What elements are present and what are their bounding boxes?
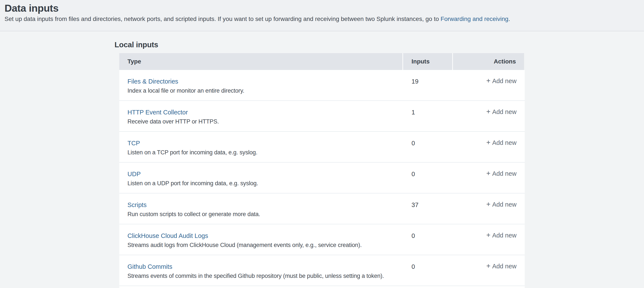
add-new-label: Add new bbox=[492, 108, 516, 116]
local-inputs-heading: Local inputs bbox=[114, 40, 644, 49]
table-row: UDP Listen on a UDP port for incoming da… bbox=[119, 163, 525, 193]
input-type-description: Listen on a TCP port for incoming data, … bbox=[128, 149, 403, 156]
add-new-button[interactable]: + Add new bbox=[486, 201, 516, 208]
plus-icon: + bbox=[486, 170, 490, 177]
type-cell: TCP Listen on a TCP port for incoming da… bbox=[119, 132, 403, 162]
plus-icon: + bbox=[486, 108, 490, 115]
column-header-actions: Actions bbox=[453, 53, 524, 70]
add-new-label: Add new bbox=[492, 139, 516, 146]
type-cell: UDP Listen on a UDP port for incoming da… bbox=[119, 163, 403, 193]
input-type-description: Index a local file or monitor an entire … bbox=[128, 87, 403, 94]
input-type-link[interactable]: UDP bbox=[128, 170, 140, 178]
type-cell: ClickHouse Cloud Audit Logs Streams audi… bbox=[119, 224, 403, 255]
subtitle-suffix: . bbox=[508, 16, 510, 22]
input-type-link[interactable]: TCP bbox=[128, 139, 140, 147]
page-subtitle: Set up data inputs from files and direct… bbox=[4, 16, 644, 22]
inputs-count: 19 bbox=[403, 70, 453, 100]
type-cell: Github Commits Streams events of commits… bbox=[119, 255, 403, 286]
actions-cell: + Add new bbox=[453, 255, 525, 286]
add-new-button[interactable]: + Add new bbox=[486, 170, 516, 177]
input-type-description: Receive data over HTTP or HTTPS. bbox=[128, 118, 403, 125]
input-type-link[interactable]: Github Commits bbox=[128, 263, 172, 270]
table-row: ClickHouse Cloud Audit Logs Streams audi… bbox=[119, 224, 525, 255]
input-type-description: Streams audit logs from ClickHouse Cloud… bbox=[128, 241, 403, 249]
plus-icon: + bbox=[486, 78, 490, 84]
partial-next-row bbox=[119, 286, 525, 288]
add-new-button[interactable]: + Add new bbox=[486, 139, 516, 146]
actions-cell: + Add new bbox=[453, 132, 525, 162]
table-row: Scripts Run custom scripts to collect or… bbox=[119, 193, 525, 224]
forwarding-and-receiving-link[interactable]: Forwarding and receiving bbox=[440, 16, 508, 22]
input-type-description: Run custom scripts to collect or generat… bbox=[128, 210, 403, 218]
table-header-row: Type Inputs Actions bbox=[119, 53, 525, 70]
actions-cell: + Add new bbox=[453, 101, 525, 131]
main-content: Local inputs Type Inputs Actions Files &… bbox=[0, 40, 644, 288]
plus-icon: + bbox=[486, 201, 490, 207]
type-cell: HTTP Event Collector Receive data over H… bbox=[119, 101, 403, 131]
inputs-count: 0 bbox=[403, 224, 453, 255]
page-header: Data inputs Set up data inputs from file… bbox=[0, 0, 644, 31]
table-row: Files & Directories Index a local file o… bbox=[119, 70, 525, 101]
column-header-type: Type bbox=[119, 53, 403, 70]
table-row: Github Commits Streams events of commits… bbox=[119, 255, 525, 286]
table-row: TCP Listen on a TCP port for incoming da… bbox=[119, 132, 525, 163]
inputs-count: 0 bbox=[403, 132, 453, 162]
actions-cell: + Add new bbox=[453, 193, 525, 224]
add-new-button[interactable]: + Add new bbox=[486, 78, 516, 85]
input-type-link[interactable]: Files & Directories bbox=[128, 78, 178, 85]
type-cell: Files & Directories Index a local file o… bbox=[119, 70, 403, 100]
add-new-label: Add new bbox=[492, 263, 516, 270]
data-inputs-page: Data inputs Set up data inputs from file… bbox=[0, 0, 644, 288]
input-type-link[interactable]: Scripts bbox=[128, 201, 147, 208]
add-new-label: Add new bbox=[492, 232, 516, 239]
actions-cell: + Add new bbox=[453, 224, 525, 255]
add-new-button[interactable]: + Add new bbox=[486, 108, 516, 116]
type-cell: Scripts Run custom scripts to collect or… bbox=[119, 193, 403, 224]
add-new-button[interactable]: + Add new bbox=[486, 232, 516, 239]
input-type-description: Streams events of commits in the specifi… bbox=[128, 272, 403, 279]
inputs-count: 0 bbox=[403, 255, 453, 286]
add-new-label: Add new bbox=[492, 201, 516, 208]
subtitle-text: Set up data inputs from files and direct… bbox=[4, 16, 440, 22]
add-new-label: Add new bbox=[492, 170, 516, 177]
plus-icon: + bbox=[486, 263, 490, 269]
inputs-count: 0 bbox=[403, 163, 453, 193]
plus-icon: + bbox=[486, 139, 490, 146]
page-title: Data inputs bbox=[4, 2, 644, 14]
inputs-count: 1 bbox=[403, 101, 453, 131]
local-inputs-table: Type Inputs Actions Files & Directories … bbox=[119, 53, 525, 288]
input-type-link[interactable]: HTTP Event Collector bbox=[128, 109, 188, 116]
table-row: HTTP Event Collector Receive data over H… bbox=[119, 101, 525, 132]
actions-cell: + Add new bbox=[453, 70, 525, 100]
input-type-link[interactable]: ClickHouse Cloud Audit Logs bbox=[128, 232, 208, 239]
add-new-label: Add new bbox=[492, 78, 516, 85]
actions-cell: + Add new bbox=[453, 163, 525, 193]
add-new-button[interactable]: + Add new bbox=[486, 263, 516, 270]
column-header-inputs: Inputs bbox=[403, 53, 453, 70]
inputs-count: 37 bbox=[403, 193, 453, 224]
plus-icon: + bbox=[486, 232, 490, 238]
input-type-description: Listen on a UDP port for incoming data, … bbox=[128, 180, 403, 187]
